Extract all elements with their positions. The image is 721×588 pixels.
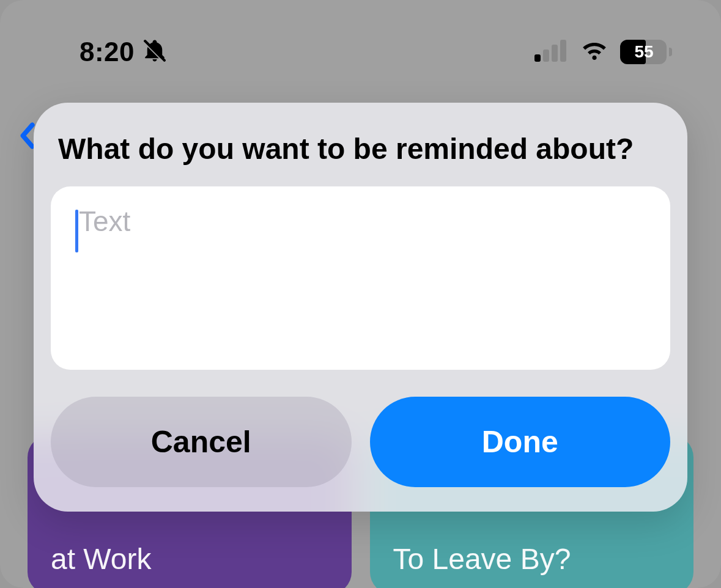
svg-rect-5 bbox=[560, 40, 566, 62]
card-label: at Work bbox=[51, 542, 328, 576]
cellular-signal-icon bbox=[534, 40, 569, 64]
svg-rect-3 bbox=[543, 50, 549, 62]
cancel-button[interactable]: Cancel bbox=[51, 397, 352, 487]
wifi-icon bbox=[580, 40, 609, 64]
battery-indicator: 55 bbox=[620, 40, 672, 64]
status-left: 8:20 bbox=[79, 37, 168, 67]
text-input-container bbox=[51, 186, 670, 370]
status-bar: 8:20 bbox=[0, 34, 721, 70]
card-label: To Leave By? bbox=[393, 542, 671, 576]
dialog-title: What do you want to be reminded about? bbox=[51, 132, 670, 186]
dialog-button-row: Cancel Done bbox=[51, 397, 670, 487]
battery-percent: 55 bbox=[620, 42, 667, 62]
silent-bell-icon bbox=[142, 38, 168, 66]
reminder-text-input[interactable] bbox=[72, 205, 649, 351]
svg-rect-2 bbox=[534, 54, 541, 62]
reminder-dialog: What do you want to be reminded about? C… bbox=[34, 103, 687, 512]
done-button[interactable]: Done bbox=[370, 397, 671, 487]
status-time: 8:20 bbox=[79, 37, 135, 67]
status-right: 55 bbox=[534, 40, 672, 64]
svg-rect-4 bbox=[552, 45, 558, 62]
